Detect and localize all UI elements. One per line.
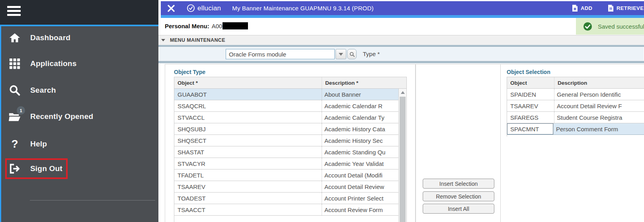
object-cell: TSAAREV xyxy=(507,100,554,111)
description-cell: Student Course Registra xyxy=(554,112,644,123)
table-row[interactable]: SFAREGS Student Course Registra xyxy=(507,112,644,123)
sidebar-accent-line xyxy=(0,25,158,26)
description-cell: About Banner xyxy=(322,89,398,100)
recently-opened-badge: 1 xyxy=(17,106,25,115)
page-title: My Banner Maintenance GUAPMNU 9.3.14 (PR… xyxy=(232,5,373,12)
search-icon xyxy=(8,84,21,97)
sidebar-item-label: Help xyxy=(30,140,47,148)
retrieve-label: RETRIEVE xyxy=(617,5,644,11)
collapse-caret-icon[interactable] xyxy=(161,39,165,41)
column-header-object[interactable]: Object * xyxy=(174,77,322,88)
type-select[interactable]: Oracle Forms module xyxy=(226,49,335,59)
close-icon[interactable] xyxy=(167,4,176,13)
object-cell: SHQSUBJ xyxy=(174,123,322,134)
table-row[interactable]: TOADEST Account Printer Select xyxy=(174,193,398,204)
add-label: ADD xyxy=(581,5,592,11)
insert-selection-button[interactable]: Insert Selection xyxy=(423,179,494,189)
chevron-down-icon xyxy=(339,53,343,56)
object-selection-table: Object Description SPAIDEN General Perso… xyxy=(507,77,644,136)
add-icon xyxy=(572,5,578,12)
type-dropdown-button[interactable] xyxy=(336,49,346,59)
home-icon xyxy=(8,31,21,45)
table-row[interactable]: TSAACCT Account Review Form xyxy=(174,204,398,216)
sidebar-item-applications[interactable]: Applications xyxy=(0,55,158,72)
table-row[interactable]: SHASTAT Academic Standing Qu xyxy=(174,146,398,158)
object-cell: TFADETL xyxy=(174,169,322,181)
scroll-up-icon[interactable] xyxy=(399,89,406,96)
scrollbar-thumb[interactable] xyxy=(400,97,406,222)
remove-selection-button[interactable]: Remove Selection xyxy=(423,191,494,201)
object-type-panel: Object Type Object * Description * GUAAB… xyxy=(165,64,416,222)
column-header-object[interactable]: Object xyxy=(507,77,554,88)
table-row[interactable]: GUAABOT About Banner xyxy=(174,89,398,100)
description-cell: Account Review Form xyxy=(322,204,398,215)
object-cell: SSAQCRL xyxy=(174,100,322,111)
object-cell: GUAABOT xyxy=(174,89,322,100)
description-cell: Academic Calendar R xyxy=(322,100,398,111)
sidebar-item-dashboard[interactable]: Dashboard xyxy=(0,29,158,47)
object-cell: SFAREGS xyxy=(507,112,554,123)
divider-band xyxy=(158,61,644,63)
description-cell: Academic History Sec xyxy=(322,135,398,146)
menu-toggle-icon[interactable] xyxy=(7,6,21,18)
sign-out-icon xyxy=(8,162,21,175)
add-button[interactable]: ADD xyxy=(572,1,592,15)
sidebar-item-recently-opened[interactable]: 1 Recently Opened xyxy=(0,108,158,125)
type-lookup-button[interactable] xyxy=(347,49,357,59)
sidebar-item-label: Search xyxy=(30,86,56,95)
object-cell: STVACYR xyxy=(174,158,322,169)
table-row[interactable]: SPAIDEN General Person Identific xyxy=(507,89,644,100)
sidebar-header xyxy=(0,0,158,25)
header-accent-strip xyxy=(161,15,644,18)
section-title: MENU MAINTENANCE xyxy=(170,37,225,43)
description-cell: Account Detail Review F xyxy=(554,100,644,111)
description-cell: Account Printer Select xyxy=(322,193,398,204)
description-cell: Academic Calendar Ty xyxy=(322,112,398,123)
table-row[interactable]: STVACCL Academic Calendar Ty xyxy=(174,112,398,123)
column-header-description[interactable]: Description * xyxy=(322,77,406,88)
sidebar-item-label: Sign Out xyxy=(30,164,62,173)
vertical-scrollbar[interactable] xyxy=(398,89,406,222)
menu-maintenance-section-header: MENU MAINTENANCE xyxy=(158,35,644,45)
sidebar-item-label: Dashboard xyxy=(30,33,70,42)
column-header-description[interactable]: Description xyxy=(554,77,644,88)
page-header-bar: ellucian My Banner Maintenance GUAPMNU 9… xyxy=(161,1,644,15)
table-row[interactable]: SSAQCRL Academic Calendar R xyxy=(174,100,398,112)
object-cell: TOADEST xyxy=(174,193,322,204)
type-select-value: Oracle Forms module xyxy=(229,51,286,58)
description-cell: Academic History Cata xyxy=(322,123,398,134)
object-input[interactable] xyxy=(507,123,553,134)
apps-grid-icon xyxy=(8,57,21,70)
table-row[interactable]: TSAAREV Account Detail Review xyxy=(174,181,398,193)
transfer-panel: Insert Selection Remove Selection Insert… xyxy=(416,64,501,222)
lookup-icon xyxy=(349,52,355,57)
sidebar-item-search[interactable]: Search xyxy=(0,82,158,99)
object-type-title: Object Type xyxy=(174,69,205,75)
insert-all-button[interactable]: Insert All xyxy=(423,204,494,214)
table-row[interactable]: TFADETL Account Detail (Modifi xyxy=(174,169,398,181)
type-field-row: Type * Oracle Forms module xyxy=(158,47,644,61)
sidebar-item-help[interactable]: ? Help xyxy=(0,135,158,153)
redaction-block xyxy=(222,22,248,29)
description-cell: Academic Year Validat xyxy=(322,158,398,169)
object-selection-panel: Object Selection Object Description SPAI… xyxy=(500,64,644,222)
object-selection-title: Object Selection xyxy=(507,69,550,75)
table-row[interactable]: TSAAREV Account Detail Review F xyxy=(507,100,644,112)
table-row[interactable]: Person Comment Form xyxy=(507,123,644,135)
sidebar-divider xyxy=(30,200,155,201)
object-type-table: Object * Description * GUAABOT About Ban… xyxy=(174,77,407,222)
object-cell: SPAIDEN xyxy=(507,89,554,100)
object-cell: TSAACCT xyxy=(174,204,322,215)
brand-name: ellucian xyxy=(197,4,221,12)
personal-menu-value: A00 xyxy=(212,23,222,29)
personal-menu-label: Personal Menu: xyxy=(165,23,209,29)
sidebar-item-sign-out[interactable]: Sign Out xyxy=(0,160,158,177)
description-cell: Account Detail (Modifi xyxy=(322,169,398,181)
table-row[interactable]: STVACYR Academic Year Validat xyxy=(174,158,398,169)
ellucian-logo: ellucian xyxy=(187,4,221,12)
retrieve-button[interactable]: RETRIEVE xyxy=(608,1,644,15)
sidebar-item-label: Applications xyxy=(30,59,76,68)
table-row[interactable]: SHQSECT Academic History Sec xyxy=(174,135,398,146)
table-body: GUAABOT About Banner SSAQCRL Academic Ca… xyxy=(174,89,398,222)
table-row[interactable]: SHQSUBJ Academic History Cata xyxy=(174,123,398,135)
